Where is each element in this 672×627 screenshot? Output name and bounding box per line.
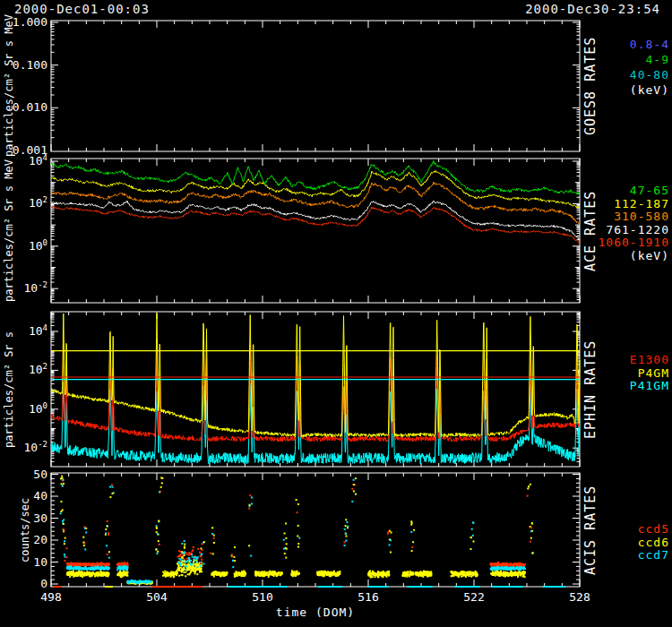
y-tick-label-ephin: 102 (1, 362, 47, 376)
y-tick-label-acis: 10 (1, 555, 47, 569)
y-tick-label-acis: 0 (1, 577, 47, 590)
legend-acis-ccd7: ccd7 (638, 548, 669, 562)
x-tick-label: 498 (24, 590, 78, 604)
ace-panel-label: ACE RATES (582, 159, 599, 303)
legend-ephin-P4GM: P4GM (638, 366, 669, 380)
ephin-panel-label: EPHIN RATES (582, 312, 599, 467)
legend-ephin-E1300: E1300 (630, 353, 669, 366)
x-tick-label: 516 (341, 590, 395, 604)
y-tick-label-ephin: 10-2 (1, 440, 47, 454)
legend-ace-310-580: 310-580 (614, 210, 669, 223)
y-tick-label-goes8: 0.100 (1, 58, 47, 72)
y-tick-label-ephin: 104 (1, 323, 47, 338)
legend-goes8-4-9: 4-9 (646, 53, 669, 66)
y-tick-label-ace: 104 (1, 153, 47, 167)
legend-ace-1060-1910: 1060-1910 (599, 236, 669, 249)
legend-acis-ccd6: ccd6 (638, 536, 669, 549)
y-tick-label-ephin: 100 (1, 401, 47, 416)
x-tick-label: 504 (130, 590, 184, 604)
y-tick-label-acis: 30 (1, 511, 47, 525)
x-axis-label: time (DOM) (226, 606, 405, 619)
y-tick-label-goes8: 0.010 (1, 100, 47, 114)
y-tick-label-acis: 40 (1, 489, 47, 502)
x-tick-label: 528 (553, 590, 607, 604)
acis-panel-label: ACIS RATES (582, 473, 599, 587)
y-tick-label-ace: 10-2 (1, 280, 47, 295)
legend-ace-47-65: 47-65 (630, 184, 669, 197)
x-tick-label: 522 (447, 590, 501, 604)
y-tick-label-acis: 20 (1, 533, 47, 546)
legend-goes8-(keV): (keV) (630, 83, 669, 97)
goes8-panel-label: GOES8 RATES (582, 21, 599, 151)
legend-ace-112-187: 112-187 (614, 197, 669, 210)
legend-acis-ccd5: ccd5 (638, 522, 669, 536)
legend-ephin-P41GM: P41GM (630, 379, 669, 392)
legend-goes8-40-80: 40-80 (630, 68, 669, 82)
y-tick-label-ace: 100 (1, 238, 47, 253)
y-tick-label-ace: 102 (1, 195, 47, 210)
start-time-title: 2000-Dec01-00:03 (14, 2, 150, 16)
y-tick-label-goes8: 1.000 (1, 15, 47, 29)
radiation-rates-screen: 2000-Dec01-00:03 2000-Dec30-23:54 partic… (0, 0, 672, 627)
goes8-y-axis-label: particles/cm² Sr s MeV (2, 21, 16, 151)
chart-canvas (0, 0, 672, 627)
y-tick-label-acis: 50 (1, 468, 47, 481)
end-time-title: 2000-Dec30-23:54 (525, 2, 660, 16)
legend-ace-761-1220: 761-1220 (606, 223, 669, 236)
legend-goes8-0.8-4: 0.8-4 (630, 38, 669, 51)
x-tick-label: 510 (236, 590, 289, 604)
legend-ace-(keV): (keV) (630, 249, 669, 262)
